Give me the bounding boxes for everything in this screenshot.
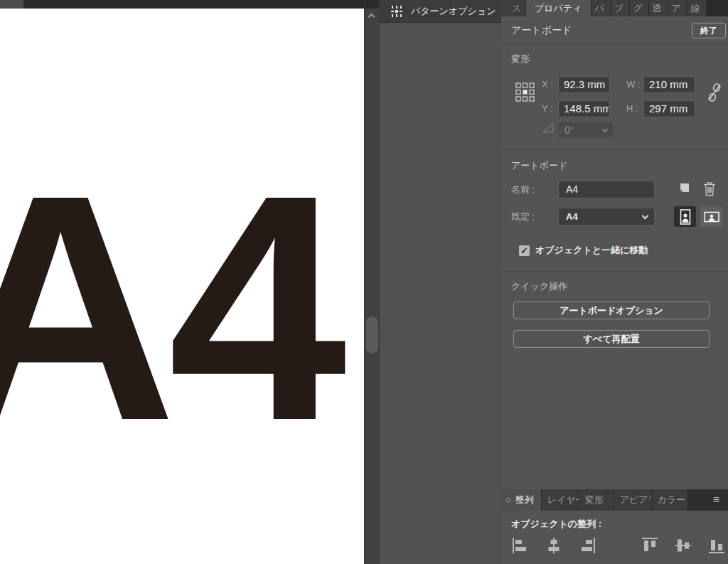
move-with-objects-label: オブジェクトと一緒に移動 bbox=[535, 244, 648, 257]
h-input[interactable]: 297 mm bbox=[643, 100, 695, 117]
rotation-angle-value: 0° bbox=[564, 124, 574, 136]
move-with-objects-checkbox-row[interactable]: ✓ オブジェクトと一緒に移動 bbox=[519, 244, 648, 257]
preset-value: A4 bbox=[566, 211, 578, 222]
y-label: Y : bbox=[542, 100, 553, 117]
align-buttons-row bbox=[511, 536, 728, 558]
w-input[interactable]: 210 mm bbox=[643, 76, 695, 93]
tab-align[interactable]: ◇ 整列 bbox=[501, 489, 541, 511]
scrollbar-thumb[interactable] bbox=[366, 316, 378, 353]
artboard-editing-header: アートボード 終了 bbox=[501, 18, 728, 43]
tab-clipped-3[interactable]: グ bbox=[630, 0, 648, 16]
tab-layers[interactable]: レイヤー bbox=[542, 489, 579, 511]
artboard-area[interactable]: A4 bbox=[0, 9, 364, 564]
window-edge-fragment bbox=[0, 0, 23, 9]
align-right-button[interactable] bbox=[578, 536, 596, 558]
h-label: H : bbox=[626, 100, 638, 117]
tab-appearance[interactable]: アピアランス bbox=[614, 489, 651, 511]
scrollbar-cap bbox=[365, 0, 380, 9]
tab-align-label: 整列 bbox=[515, 489, 534, 511]
tab-color[interactable]: カラー bbox=[652, 489, 687, 511]
portrait-icon bbox=[678, 208, 692, 225]
tab-properties[interactable]: プロパティ bbox=[526, 0, 591, 16]
tab-clipped-left[interactable]: ス bbox=[501, 0, 525, 16]
align-top-button[interactable] bbox=[641, 536, 659, 558]
check-icon: ✓ bbox=[520, 245, 528, 256]
landscape-icon bbox=[703, 210, 720, 224]
tab-clipped-2[interactable]: ブ bbox=[611, 0, 629, 16]
chevron-down-icon bbox=[602, 127, 608, 132]
divider bbox=[501, 149, 728, 149]
panel-widget-icon: ◇ bbox=[505, 489, 511, 511]
divider bbox=[501, 44, 728, 45]
scroll-up-arrow-icon[interactable] bbox=[365, 9, 380, 23]
tab-transform[interactable]: 変形 bbox=[579, 489, 614, 511]
x-input[interactable]: 92.3 mm bbox=[558, 76, 610, 93]
delete-artboard-button[interactable] bbox=[702, 181, 717, 197]
align-objects-label: オブジェクトの整列 : bbox=[511, 518, 601, 531]
x-label: X : bbox=[542, 76, 553, 93]
align-bottom-button[interactable] bbox=[707, 536, 726, 558]
artboard-preset-select[interactable]: A4 bbox=[558, 208, 655, 225]
preset-label: 既定 : bbox=[511, 208, 535, 225]
pattern-options-tab[interactable]: パターンオプション bbox=[380, 0, 501, 23]
align-vertical-center-button[interactable] bbox=[674, 536, 692, 558]
tab-clipped-6[interactable]: 線 bbox=[687, 0, 706, 16]
chevron-down-icon bbox=[642, 213, 649, 220]
exit-button[interactable]: 終了 bbox=[692, 23, 726, 38]
new-artboard-button[interactable] bbox=[675, 181, 691, 197]
artboard-options-button[interactable]: アートボードオプション bbox=[513, 302, 710, 319]
y-input[interactable]: 148.5 mm bbox=[558, 100, 610, 117]
tab-clipped-4[interactable]: 透 bbox=[649, 0, 668, 16]
divider bbox=[501, 271, 728, 272]
document-canvas[interactable]: A4 bbox=[0, 0, 364, 564]
unlink-proportions-icon[interactable] bbox=[707, 82, 722, 103]
vertical-scrollbar[interactable] bbox=[364, 0, 379, 564]
pattern-options-title: パターンオプション bbox=[411, 5, 496, 18]
rotation-angle-select[interactable]: 0° bbox=[558, 122, 614, 139]
artboard-a4-text-object[interactable]: A4 bbox=[0, 147, 338, 469]
name-label: 名前 : bbox=[511, 181, 535, 198]
artboard-section-label: アートボード bbox=[511, 159, 567, 172]
panel-tabstrip: ス プロパティ パ ブ グ 透 ア 線 bbox=[501, 0, 728, 16]
bottom-panel-tabstrip: ◇ 整列 レイヤー 変形 アピアランス カラー bbox=[501, 489, 728, 511]
checkbox-checked[interactable]: ✓ bbox=[519, 245, 530, 256]
tab-clipped-5[interactable]: ア bbox=[668, 0, 687, 16]
properties-panel: ス プロパティ パ ブ グ 透 ア 線 アートボード 終了 変形 bbox=[501, 0, 728, 564]
rearrange-all-button[interactable]: すべて再配置 bbox=[513, 330, 710, 348]
tab-clipped-1[interactable]: パ bbox=[592, 0, 610, 16]
transform-section-label: 変形 bbox=[511, 53, 530, 65]
illustrator-window: A4 パターンオプション ス プロパティ パ ブ bbox=[0, 0, 728, 564]
align-left-button[interactable] bbox=[511, 536, 530, 558]
pattern-options-icon bbox=[390, 4, 404, 18]
portrait-orientation-button[interactable] bbox=[674, 206, 696, 227]
landscape-orientation-button[interactable] bbox=[700, 206, 722, 227]
w-label: W : bbox=[626, 76, 641, 93]
header-title: アートボード bbox=[511, 24, 572, 37]
artboard-name-input[interactable]: A4 bbox=[558, 181, 655, 198]
quick-actions-label: クイック操作 bbox=[511, 280, 567, 293]
panel-menu-icon[interactable]: ≡ bbox=[713, 494, 719, 506]
reference-point-locator[interactable] bbox=[515, 83, 535, 102]
align-horizontal-center-button[interactable] bbox=[545, 536, 563, 558]
rotation-angle-icon bbox=[542, 122, 559, 139]
pattern-options-panel: パターンオプション bbox=[379, 0, 501, 564]
